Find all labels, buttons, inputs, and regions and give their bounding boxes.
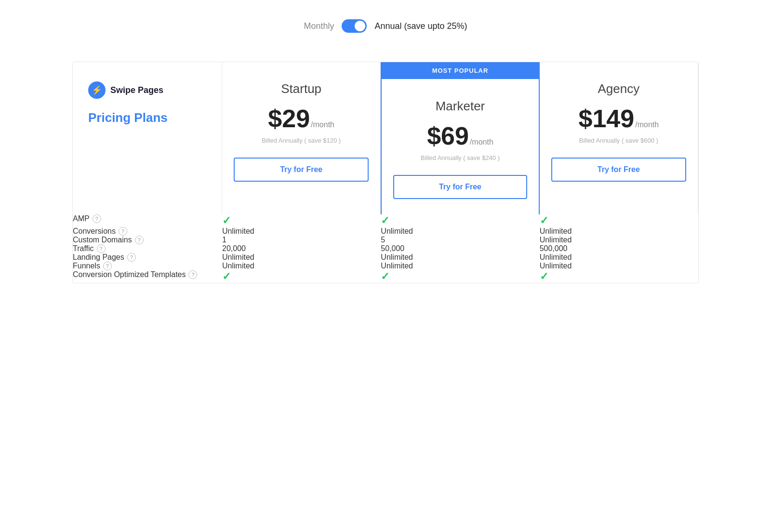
plan-column-marketer: MOST POPULAR Marketer $69 /month Billed …: [381, 62, 539, 214]
feature-label-6: Conversion Optimized Templates?: [73, 270, 222, 283]
startup-price-period: /month: [311, 120, 334, 129]
feature-agency-0: ✓: [540, 214, 698, 227]
monthly-label: Monthly: [304, 21, 334, 31]
feature-marketer-4: Unlimited: [381, 253, 539, 262]
help-icon-4[interactable]: ?: [127, 253, 136, 262]
check-icon: ✓: [540, 214, 548, 226]
help-icon-6[interactable]: ?: [188, 270, 197, 279]
feature-label-1: Conversions?: [73, 227, 222, 236]
feature-startup-4: Unlimited: [222, 253, 381, 262]
feature-label-0: AMP?: [73, 214, 222, 227]
annual-label: Annual (save upto 25%): [374, 21, 467, 31]
help-icon-0[interactable]: ?: [93, 214, 101, 223]
help-icon-2[interactable]: ?: [135, 236, 144, 244]
feature-label-4: Landing Pages?: [73, 253, 222, 262]
agency-try-free-button[interactable]: Try for Free: [551, 158, 686, 182]
pricing-table: ⚡ Swipe Pages Pricing Plans Startup $29 …: [72, 62, 699, 283]
feature-agency-4: Unlimited: [540, 253, 698, 262]
feature-marketer-2: 5: [381, 236, 539, 244]
pricing-plans-title: Pricing Plans: [88, 110, 206, 125]
billing-toggle-switch[interactable]: [342, 19, 367, 33]
check-icon: ✓: [222, 214, 231, 226]
check-icon: ✓: [381, 270, 389, 282]
feature-label-2: Custom Domains?: [73, 236, 222, 244]
feature-marketer-0: ✓: [381, 214, 539, 227]
feature-agency-1: Unlimited: [540, 227, 698, 236]
startup-try-free-button[interactable]: Try for Free: [234, 158, 369, 182]
startup-plan-name: Startup: [281, 81, 321, 96]
feature-agency-5: Unlimited: [540, 262, 698, 270]
most-popular-banner: MOST POPULAR: [381, 62, 539, 79]
marketer-price-row: $69 /month: [427, 121, 493, 150]
agency-price-billed: Billed Annually ( save $600 ): [579, 137, 658, 144]
feature-label-3: Traffic?: [73, 244, 222, 253]
brand-icon: ⚡: [88, 81, 106, 99]
feature-startup-0: ✓: [222, 214, 381, 227]
feature-startup-2: 1: [222, 236, 381, 244]
marketer-plan-name: Marketer: [436, 99, 485, 114]
brand-logo: ⚡ Swipe Pages: [88, 81, 206, 99]
feature-marketer-3: 50,000: [381, 244, 539, 253]
help-icon-5[interactable]: ?: [103, 262, 112, 270]
marketer-price-billed: Billed Annually ( save $240 ): [421, 154, 500, 161]
check-icon: ✓: [540, 270, 548, 282]
brand-name: Swipe Pages: [110, 85, 163, 95]
check-icon: ✓: [381, 214, 389, 226]
feature-startup-1: Unlimited: [222, 227, 381, 236]
feature-marketer-1: Unlimited: [381, 227, 539, 236]
plan-column-startup: Startup $29 /month Billed Annually ( sav…: [222, 62, 381, 214]
agency-price-row: $149 /month: [579, 104, 659, 133]
help-icon-1[interactable]: ?: [119, 227, 127, 236]
feature-agency-3: 500,000: [540, 244, 698, 253]
marketer-price-amount: $69: [427, 121, 469, 150]
feature-agency-6: ✓: [540, 270, 698, 283]
marketer-try-free-button[interactable]: Try for Free: [393, 175, 527, 199]
marketer-price-period: /month: [470, 138, 493, 146]
brand-column: ⚡ Swipe Pages Pricing Plans: [73, 62, 222, 214]
agency-price-period: /month: [635, 120, 659, 129]
startup-price-billed: Billed Annually ( save $120 ): [262, 137, 341, 144]
feature-startup-5: Unlimited: [222, 262, 381, 270]
agency-price-amount: $149: [579, 104, 635, 133]
feature-label-5: Funnels?: [73, 262, 222, 270]
feature-marketer-6: ✓: [381, 270, 539, 283]
check-icon: ✓: [222, 270, 231, 282]
feature-marketer-5: Unlimited: [381, 262, 539, 270]
feature-startup-3: 20,000: [222, 244, 381, 253]
billing-toggle-section: Monthly Annual (save upto 25%): [304, 19, 467, 33]
feature-agency-2: Unlimited: [540, 236, 698, 244]
startup-price-amount: $29: [268, 104, 310, 133]
plan-column-agency: Agency $149 /month Billed Annually ( sav…: [540, 62, 698, 214]
help-icon-3[interactable]: ?: [97, 244, 106, 253]
agency-plan-name: Agency: [598, 81, 639, 96]
feature-startup-6: ✓: [222, 270, 381, 283]
startup-price-row: $29 /month: [268, 104, 334, 133]
